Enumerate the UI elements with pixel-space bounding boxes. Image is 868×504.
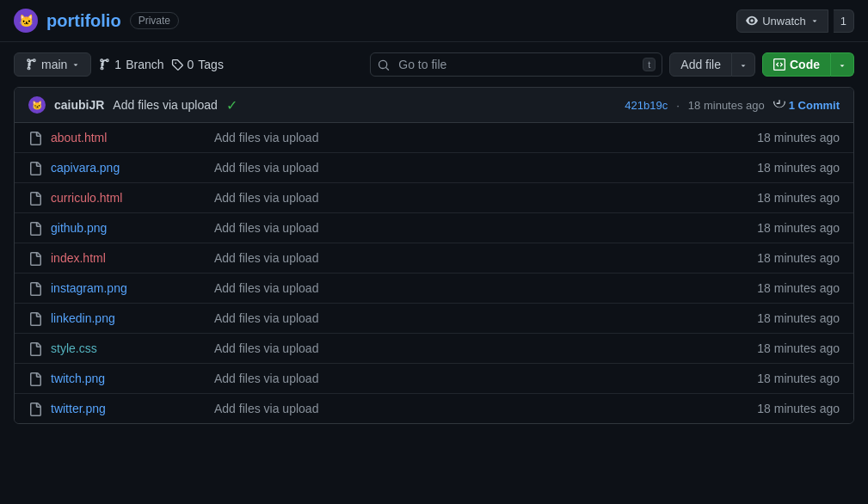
file-commit-message: Add files via upload (214, 341, 719, 355)
table-row: github.png Add files via upload 18 minut… (15, 213, 853, 243)
history-icon (773, 99, 785, 111)
tags-link[interactable]: 0 Tags (171, 58, 224, 71)
file-commit-message: Add files via upload (214, 191, 719, 205)
chevron-down-icon (838, 61, 846, 70)
file-icon (28, 371, 42, 386)
table-row: about.html Add files via upload 18 minut… (15, 123, 853, 153)
file-commit-message: Add files via upload (214, 221, 719, 235)
chevron-down-icon (71, 60, 80, 69)
file-time: 18 minutes ago (728, 402, 840, 415)
branch-count-link[interactable]: 1 Branch (98, 58, 163, 71)
commit-author[interactable]: caiubiJR (54, 98, 104, 112)
commit-check-icon: ✓ (226, 97, 237, 114)
file-icon (28, 190, 42, 206)
header-actions: Unwatch 1 (736, 9, 854, 33)
file-name[interactable]: twitter.png (51, 402, 206, 415)
commit-count-link[interactable]: 1 Commit (773, 99, 840, 112)
file-icon (28, 130, 42, 145)
file-commit-message: Add files via upload (214, 311, 719, 325)
file-name[interactable]: github.png (51, 221, 206, 235)
avatar: 🐱 (14, 9, 38, 33)
file-name[interactable]: capivara.png (51, 161, 206, 175)
tags-count: 0 (188, 58, 194, 71)
code-icon (773, 58, 785, 71)
commit-count: 1 Commit (789, 99, 840, 112)
file-time: 18 minutes ago (728, 341, 840, 355)
file-icon (28, 401, 42, 416)
repo-header: 🐱 portifolio Private Unwatch 1 (0, 0, 868, 42)
file-name[interactable]: twitch.png (51, 372, 206, 385)
search-icon (378, 58, 390, 71)
unwatch-label: Unwatch (762, 15, 806, 28)
file-name[interactable]: style.css (51, 341, 206, 355)
search-input[interactable] (370, 52, 662, 77)
branch-count-icon (98, 58, 110, 71)
file-commit-message: Add files via upload (214, 372, 719, 385)
add-file-label: Add file (680, 58, 721, 71)
file-commit-message: Add files via upload (214, 161, 719, 175)
file-name[interactable]: linkedin.png (51, 311, 206, 325)
branch-name: main (41, 58, 67, 71)
file-time: 18 minutes ago (728, 161, 840, 175)
file-icon (28, 220, 42, 236)
add-file-caret-button[interactable] (732, 52, 755, 77)
file-icon (28, 341, 42, 356)
private-badge: Private (130, 12, 179, 29)
branch-count: 1 (114, 58, 121, 71)
table-row: twitch.png Add files via upload 18 minut… (15, 364, 853, 394)
commit-right: 421b19c · 18 minutes ago 1 Commit (625, 99, 840, 112)
file-name[interactable]: curriculo.html (51, 191, 206, 205)
file-commit-message: Add files via upload (214, 402, 719, 415)
table-row: twitter.png Add files via upload 18 minu… (15, 394, 853, 423)
file-commit-message: Add files via upload (214, 131, 719, 144)
commit-author-avatar: 🐱 (28, 96, 46, 114)
commit-hash[interactable]: 421b19c (625, 99, 668, 112)
table-row: style.css Add files via upload 18 minute… (15, 334, 853, 364)
add-file-button[interactable]: Add file (669, 52, 732, 77)
file-icon (28, 160, 42, 175)
branch-selector[interactable]: main (14, 52, 91, 77)
toolbar: main 1 Branch 0 Tags t Add file (0, 42, 868, 87)
branch-label: Branch (126, 58, 163, 71)
commit-time: 18 minutes ago (688, 99, 765, 112)
file-commit-message: Add files via upload (214, 281, 719, 295)
goto-file-search: t (370, 52, 662, 77)
commit-message: Add files via upload (113, 98, 217, 112)
file-time: 18 minutes ago (728, 131, 840, 144)
file-table: 🐱 caiubiJR Add files via upload ✓ 421b19… (14, 87, 854, 424)
branch-icon (25, 58, 37, 71)
file-name[interactable]: instagram.png (51, 281, 206, 295)
file-name[interactable]: index.html (51, 251, 206, 265)
unwatch-button[interactable]: Unwatch (736, 9, 828, 33)
file-rows-container: about.html Add files via upload 18 minut… (15, 123, 853, 423)
file-commit-message: Add files via upload (214, 251, 719, 265)
file-time: 18 minutes ago (728, 372, 840, 385)
add-file-group: Add file (669, 52, 755, 77)
file-icon (28, 250, 42, 266)
search-kbd: t (643, 58, 656, 71)
file-icon (28, 310, 42, 326)
unwatch-count-button[interactable]: 1 (834, 9, 854, 33)
file-time: 18 minutes ago (728, 221, 840, 235)
commit-info-row: 🐱 caiubiJR Add files via upload ✓ 421b19… (15, 88, 853, 123)
table-row: capivara.png Add files via upload 18 min… (15, 153, 853, 183)
file-name[interactable]: about.html (51, 131, 206, 144)
tag-icon (171, 58, 183, 71)
table-row: curriculo.html Add files via upload 18 m… (15, 183, 853, 213)
file-icon (28, 280, 42, 296)
file-time: 18 minutes ago (728, 251, 840, 265)
tags-label: Tags (198, 58, 224, 71)
commit-separator: · (676, 99, 680, 112)
chevron-down-icon (739, 61, 748, 70)
eye-icon (746, 15, 758, 27)
code-label: Code (790, 58, 820, 71)
file-time: 18 minutes ago (728, 191, 840, 205)
table-row: linkedin.png Add files via upload 18 min… (15, 304, 853, 334)
table-row: instagram.png Add files via upload 18 mi… (15, 274, 853, 304)
file-time: 18 minutes ago (728, 311, 840, 325)
code-button[interactable]: Code (762, 52, 831, 77)
code-caret-button[interactable] (831, 52, 854, 77)
table-row: index.html Add files via upload 18 minut… (15, 243, 853, 274)
repo-name[interactable]: portifolio (46, 11, 121, 31)
chevron-down-icon (810, 16, 819, 25)
